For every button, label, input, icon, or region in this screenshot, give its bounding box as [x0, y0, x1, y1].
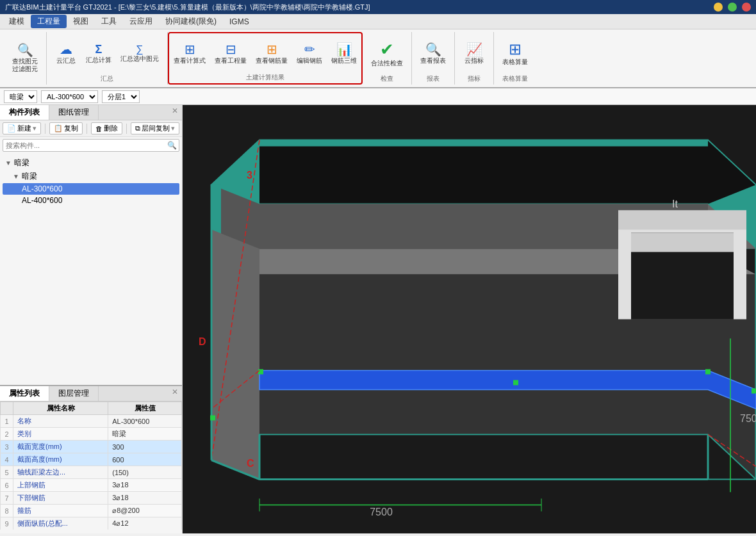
- btn-edit-rebar[interactable]: ✏ 编辑钢筋: [293, 40, 325, 67]
- btn-view-report[interactable]: 🔍 查看报表: [417, 40, 449, 67]
- svg-rect-25: [752, 389, 756, 394]
- menu-cloud[interactable]: 云应用: [123, 15, 159, 28]
- tree-node-anl-parent[interactable]: ▼ 暗梁: [3, 156, 179, 170]
- prop-name[interactable]: 上部钢筋: [13, 479, 108, 492]
- group-title-table-calc: 表格算量: [502, 74, 528, 83]
- table-calc-icon: ⊞: [509, 40, 522, 58]
- prop-name[interactable]: 轴线距梁左边...: [13, 466, 108, 479]
- prop-name[interactable]: 类别: [13, 428, 108, 441]
- ribbon-group-summary: ☁ 云汇总 Σ 汇总计算 ∑ 汇总选中图元 汇总: [47, 32, 168, 85]
- btn-cloud-index[interactable]: 📈 云指标: [460, 40, 488, 67]
- search-input[interactable]: [3, 139, 179, 152]
- ribbon-group-report: 🔍 查看报表 报表: [412, 32, 455, 85]
- component-search: 🔍: [3, 139, 179, 152]
- prop-name[interactable]: 侧面纵筋(总配...: [13, 517, 108, 530]
- element-type-select[interactable]: 暗梁: [4, 90, 37, 103]
- prop-name[interactable]: 箍筋: [13, 505, 108, 517]
- btn-delete-component[interactable]: 🗑 删除: [91, 122, 122, 134]
- table-row: 1 名称 AL-300*600: [1, 415, 182, 428]
- menu-tools[interactable]: 工具: [95, 15, 123, 28]
- btn-table-calc[interactable]: ⊞ 表格算量: [499, 38, 531, 68]
- menu-igms[interactable]: IGMS: [223, 16, 256, 28]
- btn-view-quantity[interactable]: ⊟ 查看工程量: [211, 40, 250, 67]
- rebar-icon: ⊞: [267, 42, 277, 57]
- btn-validity-check[interactable]: ✔ 合法性检查: [368, 38, 406, 69]
- sep3: [126, 124, 127, 134]
- prop-name[interactable]: 名称: [13, 415, 108, 428]
- panel-close-top[interactable]: ✕: [168, 105, 182, 120]
- row-num: 1: [1, 415, 13, 428]
- svg-rect-19: [631, 256, 734, 281]
- tree-node-al300[interactable]: AL-300*600: [3, 183, 179, 195]
- tab-props-list[interactable]: 属性列表: [0, 386, 49, 401]
- group-title-summary: 汇总: [101, 74, 113, 83]
- delete-icon: 🗑: [95, 125, 103, 133]
- svg-text:7500: 7500: [740, 413, 756, 424]
- svg-text:7500: 7500: [370, 507, 393, 517]
- report-icon: 🔍: [425, 42, 441, 57]
- tree-node-al400[interactable]: AL-400*600: [3, 195, 179, 206]
- component-panel-tabs: 构件列表 图纸管理 ✕: [0, 105, 182, 120]
- minimize-btn[interactable]: [714, 3, 723, 12]
- tab-layer-mgmt[interactable]: 图层管理: [49, 386, 99, 401]
- group-title-index: 指标: [468, 74, 481, 83]
- table-row: 9 侧面纵筋(总配... 4⌀12: [1, 517, 182, 530]
- prop-val: (150): [108, 466, 182, 479]
- prop-val: ⌀8@200: [108, 505, 182, 517]
- component-toolbar: 📄 新建 ▾ 📋 复制 🗑 删除 ⧉ 层间复制 ▾: [0, 120, 182, 137]
- svg-rect-41: [210, 416, 215, 421]
- table-row: 6 上部钢筋 3⌀18: [1, 479, 182, 492]
- calculate-icon: Σ: [95, 43, 103, 56]
- copy-icon: 📋: [54, 124, 63, 133]
- btn-view-rebar[interactable]: ⊞ 查看钢筋量: [252, 40, 291, 67]
- btn-copy-component[interactable]: 📋 复制: [49, 122, 83, 134]
- menu-view[interactable]: 视图: [67, 15, 95, 28]
- search-icon: 🔍: [167, 141, 177, 150]
- svg-marker-11: [259, 435, 756, 480]
- table-row: 8 箍筋 ⌀8@200: [1, 505, 182, 517]
- btn-calculate[interactable]: Σ 汇总计算: [83, 41, 115, 66]
- btn-find-element[interactable]: 🔍 查找图元过滤图元: [9, 40, 41, 75]
- row-num: 3: [1, 441, 13, 453]
- row-num: 9: [1, 517, 13, 530]
- prop-name[interactable]: 截面宽度(mm): [13, 441, 108, 453]
- ribbon-group-table-calc: ⊞ 表格算量 表格算量: [494, 32, 536, 85]
- svg-rect-22: [258, 370, 263, 375]
- prop-val: AL-300*600: [108, 415, 182, 428]
- edit-rebar-icon: ✏: [304, 42, 315, 57]
- viewport-3d[interactable]: 3 D C 7500 7500 It: [183, 105, 756, 533]
- maximize-btn[interactable]: [728, 3, 737, 12]
- menu-collab[interactable]: 协同建模(限免): [159, 15, 223, 28]
- btn-interlayer-copy[interactable]: ⧉ 层间复制 ▾: [131, 122, 179, 134]
- prop-name[interactable]: 截面高度(mm): [13, 453, 108, 466]
- btn-calculate-selected[interactable]: ∑ 汇总选中图元: [117, 42, 162, 65]
- menu-engineering[interactable]: 工程量: [31, 15, 67, 28]
- toolbar-row: 暗梁 AL-300*600 分层1: [0, 88, 756, 105]
- tab-drawing-mgmt[interactable]: 图纸管理: [49, 105, 99, 120]
- prop-val: 4⌀12: [108, 517, 182, 530]
- btn-rebar-3d[interactable]: 📊 钢筋三维: [328, 40, 360, 67]
- formula-icon: ⊞: [185, 42, 195, 57]
- table-row: 7 下部钢筋 3⌀18: [1, 492, 182, 505]
- btn-view-formula[interactable]: ⊞ 查看计算式: [170, 40, 209, 67]
- layer-select[interactable]: 分层1: [102, 90, 140, 103]
- 3d-scene-svg: 3 D C 7500 7500 It: [183, 105, 756, 533]
- btn-cloud-summary[interactable]: ☁ 云汇总: [52, 40, 80, 67]
- prop-name[interactable]: 下部钢筋: [13, 492, 108, 505]
- ribbon: 🔍 查找图元过滤图元 ☁ 云汇总 Σ 汇总计算 ∑ 汇总选中图元: [0, 29, 756, 88]
- row-num: 4: [1, 453, 13, 466]
- svg-text:It: It: [672, 199, 678, 209]
- menu-build[interactable]: 建模: [3, 15, 31, 28]
- panel-close-bottom[interactable]: ✕: [168, 386, 182, 401]
- prop-val: 3⌀18: [108, 492, 182, 505]
- tree-node-anl-child[interactable]: ▼ 暗梁: [3, 170, 179, 183]
- svg-rect-24: [705, 370, 711, 375]
- row-num: 2: [1, 428, 13, 441]
- table-row: 2 类别 暗梁: [1, 428, 182, 441]
- close-btn[interactable]: [742, 3, 751, 12]
- row-num: 8: [1, 505, 13, 517]
- btn-new-component[interactable]: 📄 新建 ▾: [3, 122, 41, 134]
- tab-component-list[interactable]: 构件列表: [0, 105, 49, 120]
- svg-rect-23: [513, 380, 518, 386]
- element-spec-select[interactable]: AL-300*600: [41, 90, 98, 103]
